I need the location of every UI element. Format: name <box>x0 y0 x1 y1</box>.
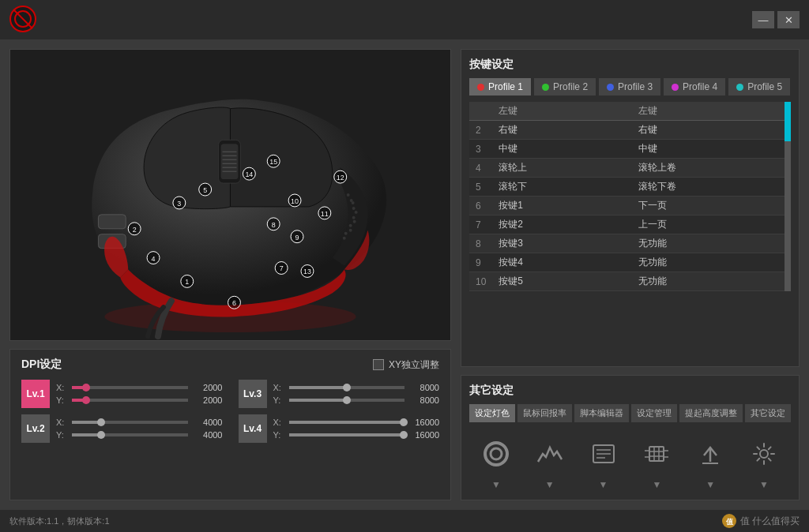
dpi-lv4-y-row: Y: 16000 <box>273 430 440 440</box>
xy-checkbox[interactable] <box>373 359 384 370</box>
key-table-body: 2 右键 右键 3 中键 中键 4 滚轮上 滚轮上卷 5 滚轮下 滚轮下卷 6 … <box>469 121 785 292</box>
table-row[interactable]: 11 按键6 无功能 <box>469 291 785 292</box>
table-row[interactable]: 4 滚轮上 滚轮上卷 <box>469 159 785 178</box>
sub-tab-lights[interactable]: 设定灯色 <box>469 404 515 422</box>
profile-tab-3[interactable]: Profile 3 <box>599 78 660 96</box>
arrow-down-3[interactable]: ▼ <box>586 479 621 490</box>
row-num: 2 <box>469 121 492 140</box>
arrow-down-2[interactable]: ▼ <box>532 479 567 490</box>
svg-text:4: 4 <box>152 255 156 263</box>
main-content: 1 2 3 4 5 6 7 8 9 <box>0 39 809 510</box>
col-key: 左键 <box>492 102 616 121</box>
profile-dot-4 <box>672 84 679 91</box>
svg-text:3: 3 <box>177 200 181 208</box>
arrow-down-1[interactable]: ▼ <box>479 479 514 490</box>
liftoff-icon-button[interactable] <box>693 436 728 471</box>
profile-tab-1[interactable]: Profile 1 <box>469 78 531 96</box>
dpi-lv3-y-slider[interactable] <box>289 399 405 402</box>
svg-text:7: 7 <box>280 264 284 272</box>
dpi-lv4-xy: X: 16000 Y: <box>273 418 440 440</box>
dpi-lv4-y-slider[interactable] <box>289 433 405 436</box>
dpi-lv1-y-slider[interactable] <box>72 399 188 402</box>
dpi-y-label4: Y: <box>273 430 284 440</box>
row-key: 按键4 <box>492 253 616 272</box>
watermark-icon: 值 <box>721 513 737 529</box>
svg-point-22 <box>352 216 356 219</box>
profile-tab-4[interactable]: Profile 4 <box>664 78 725 96</box>
scrollbar-track[interactable] <box>785 102 791 291</box>
dpi-lv3-x-slider[interactable] <box>289 386 405 389</box>
table-row[interactable]: 2 右键 右键 <box>469 121 785 140</box>
sub-tab-liftoff[interactable]: 提起高度调整 <box>679 404 743 422</box>
dpi-lv1-x-slider[interactable] <box>72 386 188 389</box>
svg-point-17 <box>353 220 356 223</box>
sub-tab-manage[interactable]: 设定管理 <box>631 404 677 422</box>
svg-text:12: 12 <box>337 174 344 182</box>
wave-icon <box>536 440 564 468</box>
svg-text:6: 6 <box>232 299 236 307</box>
svg-text:1: 1 <box>185 278 189 286</box>
other-settings-icon-button[interactable] <box>747 436 781 471</box>
row-num: 3 <box>469 140 492 159</box>
svg-text:5: 5 <box>203 186 207 194</box>
left-panel: 1 2 3 4 5 6 7 8 9 <box>9 49 451 500</box>
poll-rate-icon-button[interactable] <box>532 436 567 471</box>
arrow-down-4[interactable]: ▼ <box>639 479 674 490</box>
status-bar: 软件版本:1.1，韧体版本:1 值 值 什么值得买 <box>0 510 809 532</box>
lighting-icon-button[interactable] <box>479 436 514 471</box>
row-spacer <box>616 121 632 140</box>
sub-tab-other[interactable]: 其它设定 <box>745 404 791 422</box>
script-icon-button[interactable] <box>586 436 621 471</box>
close-button[interactable]: ✕ <box>777 11 800 28</box>
row-spacer <box>616 291 632 292</box>
dpi-level-1: Lv.1 X: 2000 Y: <box>21 380 223 408</box>
dpi-lv2-button[interactable]: Lv.2 <box>21 414 50 443</box>
dpi-level-3: Lv.3 X: 8000 Y: <box>239 380 440 408</box>
svg-text:9: 9 <box>295 234 299 242</box>
arrow-down-6[interactable]: ▼ <box>747 479 781 490</box>
row-assign: 无功能 <box>632 291 785 292</box>
sub-tab-script[interactable]: 脚本编辑器 <box>574 404 629 422</box>
minimize-button[interactable]: — <box>752 11 774 28</box>
table-row[interactable]: 8 按键3 无功能 <box>469 234 785 253</box>
key-table-header-row: 左键 左键 <box>469 102 785 121</box>
dpi-lv4-x-row: X: 16000 <box>273 418 440 427</box>
profile-tab-5[interactable]: Profile 5 <box>728 78 790 96</box>
table-row[interactable]: 7 按键2 上一页 <box>469 215 785 234</box>
scrollbar-thumb[interactable] <box>785 102 791 141</box>
key-table-scroll[interactable]: 左键 左键 2 右键 右键 3 中键 中键 4 滚轮上 <box>469 102 785 291</box>
dpi-x-label3: X: <box>273 383 284 392</box>
dpi-lv4-x-slider[interactable] <box>289 421 405 424</box>
table-row[interactable]: 10 按键5 无功能 <box>469 272 785 291</box>
table-row[interactable]: 5 滚轮下 滚轮下卷 <box>469 178 785 197</box>
dpi-lv2-y-slider[interactable] <box>72 433 188 436</box>
dpi-lv3-button[interactable]: Lv.3 <box>239 380 267 408</box>
svg-text:11: 11 <box>321 210 329 218</box>
dpi-lv4-button[interactable]: Lv.4 <box>239 414 267 443</box>
window-controls: — ✕ <box>752 11 800 28</box>
status-text: 软件版本:1.1，韧体版本:1 <box>9 515 110 527</box>
key-table-wrapper: 左键 左键 2 右键 右键 3 中键 中键 4 滚轮上 <box>469 102 791 291</box>
row-assign: 上一页 <box>632 215 785 234</box>
dpi-lv1-button[interactable]: Lv.1 <box>21 380 50 408</box>
svg-point-19 <box>343 237 346 240</box>
svg-text:值: 值 <box>724 518 733 526</box>
row-spacer <box>616 215 632 234</box>
profile-tab-4-label: Profile 4 <box>683 81 717 92</box>
row-num: 9 <box>469 253 492 272</box>
profile-tab-2[interactable]: Profile 2 <box>534 78 596 96</box>
table-row[interactable]: 3 中键 中键 <box>469 140 785 159</box>
row-assign: 滚轮下卷 <box>632 178 785 197</box>
row-spacer <box>616 253 632 272</box>
mouse-svg: 1 2 3 4 5 6 7 8 9 <box>10 50 450 340</box>
row-key: 中键 <box>492 140 616 159</box>
dpi-lv2-x-slider[interactable] <box>72 421 188 424</box>
sub-tab-poll[interactable]: 鼠标回报率 <box>517 404 572 422</box>
svg-point-55 <box>485 443 507 465</box>
table-row[interactable]: 9 按键4 无功能 <box>469 253 785 272</box>
manage-icon-button[interactable] <box>639 436 674 471</box>
arrow-down-5[interactable]: ▼ <box>693 479 728 490</box>
dpi-lv3-y-row: Y: 8000 <box>273 395 440 405</box>
table-row[interactable]: 6 按键1 下一页 <box>469 197 785 215</box>
watermark: 值 值 什么值得买 <box>721 513 800 529</box>
